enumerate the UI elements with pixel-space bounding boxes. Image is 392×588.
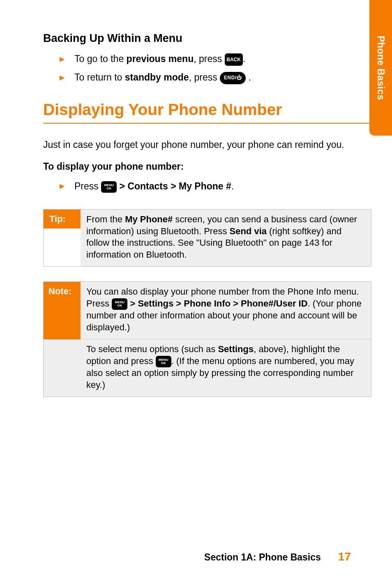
text-fragment: , press bbox=[189, 72, 220, 83]
heading-underline bbox=[43, 123, 371, 124]
tip-callout: Tip: From the My Phone# screen, you can … bbox=[43, 209, 371, 267]
triangle-bullet-icon: ▶ bbox=[60, 74, 66, 81]
page-footer: Section 1A: Phone Basics 17 bbox=[204, 550, 351, 563]
subheading-backing-up: Backing Up Within a Menu bbox=[43, 32, 371, 45]
text-bold: previous menu bbox=[127, 53, 194, 64]
text-bold: > Settings > Phone Info > Phone#/User ID bbox=[127, 298, 307, 309]
text-fragment: . bbox=[231, 181, 234, 191]
bullet-item: ▶ Press MENUOK > Contacts > My Phone #. bbox=[60, 180, 371, 193]
side-tab-label: Phone Basics bbox=[375, 36, 386, 100]
bullet-text: Press MENUOK > Contacts > My Phone #. bbox=[74, 180, 234, 193]
text-fragment: Press bbox=[74, 181, 101, 191]
text-fragment: , press bbox=[194, 53, 224, 64]
text-fragment: To go to the bbox=[74, 53, 127, 64]
text-bold: Send via bbox=[230, 226, 267, 236]
text-fragment: To select menu options (such as bbox=[86, 344, 218, 354]
text-bold: Settings bbox=[218, 344, 254, 354]
tip-body: From the My Phone# screen, you can send … bbox=[81, 210, 371, 266]
intro-paragraph: Just in case you forget your phone numbe… bbox=[43, 138, 371, 151]
note-side-filler bbox=[44, 339, 81, 397]
triangle-bullet-icon: ▶ bbox=[60, 55, 66, 63]
menu-ok-key-icon: MENUOK bbox=[112, 298, 127, 310]
text-fragment: . bbox=[246, 72, 251, 83]
footer-page-number: 17 bbox=[338, 550, 351, 563]
text-fragment: To return to bbox=[74, 72, 125, 83]
bullet-text: To return to standby mode, press END/⏻ . bbox=[74, 71, 251, 84]
bullet-text: To go to the previous menu, press BACK. bbox=[74, 52, 245, 66]
back-key-icon: BACK bbox=[225, 53, 243, 66]
text-fragment: From the bbox=[86, 214, 125, 224]
tip-label: Tip: bbox=[44, 210, 81, 228]
note-row: Note: You can also display your phone nu… bbox=[44, 282, 371, 339]
note-body: You can also display your phone number f… bbox=[81, 282, 371, 339]
bullet-item: ▶ To return to standby mode, press END/⏻… bbox=[60, 71, 371, 84]
note-label: Note: bbox=[44, 282, 81, 339]
text-bold: > Contacts > My Phone # bbox=[117, 181, 231, 191]
text-bold: My Phone# bbox=[125, 214, 173, 224]
bullet-list: ▶ Press MENUOK > Contacts > My Phone #. bbox=[43, 180, 371, 193]
page-content: Backing Up Within a Menu ▶ To go to the … bbox=[0, 0, 392, 422]
bullet-list: ▶ To go to the previous menu, press BACK… bbox=[43, 52, 371, 84]
triangle-bullet-icon: ▶ bbox=[60, 182, 66, 190]
note-body: To select menu options (such as Settings… bbox=[81, 339, 371, 397]
note-row: To select menu options (such as Settings… bbox=[44, 339, 371, 397]
text-fragment: . bbox=[243, 53, 245, 64]
end-power-key-icon: END/⏻ bbox=[220, 72, 246, 84]
bullet-item: ▶ To go to the previous menu, press BACK… bbox=[60, 52, 371, 66]
heading-displaying-number: Displaying Your Phone Number bbox=[43, 101, 371, 119]
footer-section-label: Section 1A: Phone Basics bbox=[204, 552, 321, 563]
menu-ok-key-icon: MENUOK bbox=[156, 356, 171, 367]
section-side-tab: Phone Basics bbox=[369, 0, 392, 136]
step-heading: To display your phone number: bbox=[43, 161, 371, 172]
note-callout: Note: You can also display your phone nu… bbox=[43, 281, 371, 397]
menu-ok-key-icon: MENUOK bbox=[101, 181, 117, 193]
text-bold: standby mode bbox=[125, 72, 189, 83]
